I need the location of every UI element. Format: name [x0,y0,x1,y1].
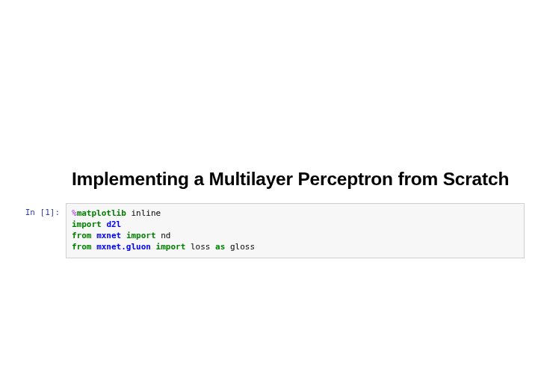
token-keyword: from [72,242,92,252]
token-magic: matplotlib [77,208,126,218]
token-space [185,242,191,252]
code-line-3: from mxnet.gluon import loss as gloss [72,242,519,253]
token-space [225,242,230,252]
token-percent: % [72,208,77,218]
token-space [151,242,156,252]
token-space [121,231,126,240]
code-input[interactable]: %matplotlib inlineimport d2lfrom mxnet i… [66,203,525,258]
token-module: mxnet.gluon [96,242,151,252]
input-prompt: In [1]: [21,203,66,217]
code-line-1: import d2l [72,220,519,231]
slide-title: Implementing a Multilayer Perceptron fro… [72,169,538,190]
token-module: d2l [106,220,121,229]
notebook-cell: In [1]: %matplotlib inlineimport d2lfrom… [21,203,525,258]
token-keyword: import [72,220,102,229]
code-line-0: %matplotlib inline [72,208,519,220]
code-line-2: from mxnet import nd [72,231,519,242]
notebook-slide: Implementing a Multilayer Perceptron fro… [0,0,538,392]
token-module: mxnet [96,231,121,240]
token-plain: inline [131,208,161,218]
token-keyword: from [72,231,92,240]
token-keyword: import [126,231,156,240]
token-keyword: import [156,242,186,252]
token-name: nd [161,231,170,240]
token-name: gloss [230,242,255,252]
token-name: loss [191,242,211,252]
token-keyword: as [215,242,225,252]
